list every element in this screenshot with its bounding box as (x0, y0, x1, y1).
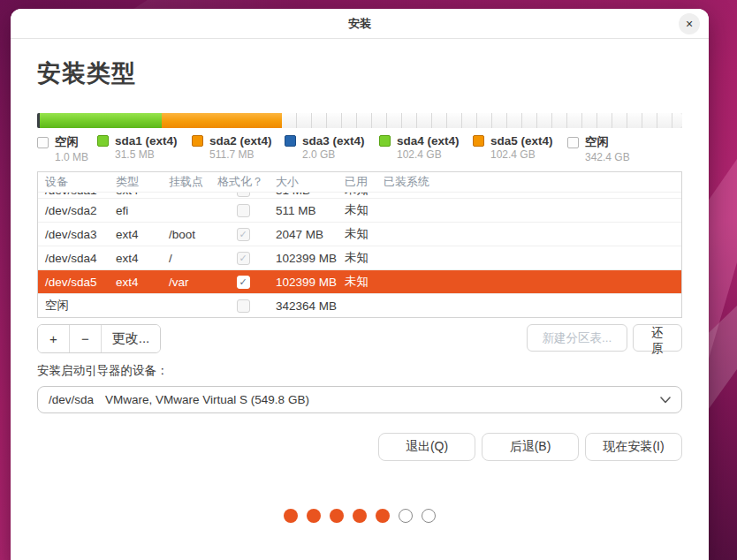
partition-table-header: 设备类型挂载点格式化？大小已用已装系统 (38, 172, 681, 192)
progress-dot (399, 509, 413, 523)
legend-size: 102.4 GB (397, 148, 473, 161)
revert-button[interactable]: 还原 (633, 324, 682, 352)
progress-dots (37, 509, 682, 523)
legend-label: sda3 (ext4) (302, 134, 365, 148)
remove-partition-button[interactable]: − (70, 325, 102, 352)
clipped-row: /dev/sda1ext4✓31 MB未知 (38, 192, 681, 198)
cell-device: /dev/sda5 (38, 276, 109, 289)
table-row[interactable]: /dev/sda4ext4/✓102399 MB未知 (38, 246, 681, 269)
legend-item: sda5 (ext4)102.4 GB (473, 132, 567, 163)
legend-swatch-icon (473, 135, 484, 147)
column-header[interactable]: 已用 (338, 174, 376, 190)
format-checkbox[interactable]: ✓ (237, 276, 250, 289)
legend-size: 1.0 MB (55, 151, 97, 163)
change-partition-button[interactable]: 更改... (102, 325, 160, 352)
format-checkbox[interactable]: ✓ (237, 228, 250, 241)
partition-usage-bar (37, 113, 682, 128)
bootloader-description: VMware, VMware Virtual S (549.8 GB) (105, 393, 660, 406)
progress-dot (330, 509, 344, 523)
progress-dot (353, 509, 367, 523)
cell-type: ext4 (109, 192, 162, 197)
column-header[interactable]: 大小 (269, 174, 338, 190)
legend-item: sda3 (ext4)2.0 GB (285, 132, 379, 163)
action-buttons: 退出(Q) 后退(B) 现在安装(I) (37, 433, 682, 461)
legend-label: 空闲 (585, 134, 609, 150)
partition-table: 设备类型挂载点格式化？大小已用已装系统 /dev/sda1ext4✓31 MB未… (37, 171, 682, 318)
cell-size: 2047 MB (269, 228, 338, 241)
format-checkbox[interactable]: ✓ (237, 192, 250, 197)
legend-item: 空闲342.4 GB (567, 132, 682, 163)
legend-size: 102.4 GB (490, 148, 567, 161)
cell-size: 31 MB (269, 192, 338, 197)
column-header[interactable]: 类型 (109, 174, 162, 190)
cell-size: 511 MB (269, 204, 338, 217)
titlebar[interactable]: 安装 × (11, 9, 709, 39)
progress-dot (307, 509, 321, 523)
column-header[interactable]: 挂载点 (162, 174, 210, 190)
window-title: 安装 (348, 16, 371, 32)
install-now-button[interactable]: 现在安装(I) (585, 433, 682, 461)
bar-segment-sda4 (40, 113, 162, 128)
partition-edit-group: + − 更改... (37, 324, 161, 353)
legend-label: sda5 (ext4) (490, 134, 553, 148)
cell-used: 未知 (338, 226, 376, 242)
cell-size: 342364 MB (269, 299, 338, 313)
legend-size: 511.7 MB (209, 148, 285, 161)
format-checkbox[interactable]: ✓ (237, 204, 250, 217)
legend-swatch-icon (192, 135, 203, 147)
page-content: 安装类型 空闲1.0 MBsda1 (ext4)31.5 MBsda2 (ext… (11, 39, 709, 560)
table-row[interactable]: /dev/sda1ext4✓31 MB未知 (38, 192, 681, 198)
cell-used: 未知 (338, 202, 376, 218)
back-button[interactable]: 后退(B) (482, 433, 579, 461)
close-icon[interactable]: × (679, 13, 700, 34)
legend-item: sda4 (ext4)102.4 GB (379, 132, 473, 163)
column-header[interactable]: 设备 (38, 174, 109, 190)
chevron-down-icon (660, 397, 671, 404)
table-row[interactable]: /dev/sda5ext4/var✓102399 MB未知 (38, 269, 681, 293)
bar-segment-sda5 (162, 113, 282, 128)
partition-legend: 空闲1.0 MBsda1 (ext4)31.5 MBsda2 (ext4)511… (37, 132, 682, 163)
cell-mount: /boot (162, 228, 210, 241)
legend-swatch-icon (567, 137, 579, 148)
cell-type: ext4 (109, 228, 162, 241)
format-checkbox[interactable]: ✓ (237, 299, 250, 313)
legend-item: 空闲1.0 MB (37, 132, 97, 163)
cell-device: 空闲 (38, 298, 109, 314)
legend-size: 2.0 GB (302, 148, 379, 161)
bootloader-device: /dev/sda (49, 393, 94, 406)
cell-type: efi (109, 204, 162, 217)
cell-size: 102399 MB (269, 276, 338, 289)
legend-swatch-icon (379, 135, 391, 147)
legend-label: sda2 (ext4) (209, 134, 272, 148)
cell-used: 未知 (338, 192, 376, 198)
table-row[interactable]: /dev/sda3ext4/boot✓2047 MB未知 (38, 222, 681, 246)
cell-type: ext4 (109, 252, 162, 265)
legend-swatch-icon (37, 137, 49, 148)
quit-button[interactable]: 退出(Q) (378, 433, 475, 461)
legend-label: 空闲 (55, 134, 79, 150)
format-checkbox[interactable]: ✓ (237, 252, 250, 265)
add-partition-button[interactable]: + (38, 325, 70, 352)
desktop-background: { "window": { "title": "安装", "close_glyp… (0, 0, 737, 560)
legend-item: sda1 (ext4)31.5 MB (97, 132, 192, 163)
progress-dot (284, 509, 298, 523)
cell-mount: /var (162, 276, 210, 289)
bootloader-select[interactable]: /dev/sda VMware, VMware Virtual S (549.8… (37, 386, 682, 413)
cell-device: /dev/sda4 (38, 252, 109, 265)
partition-table-body: /dev/sda1ext4✓31 MB未知/dev/sda2efi✓511 MB… (38, 192, 681, 317)
page-title: 安装类型 (37, 57, 682, 89)
table-row[interactable]: /dev/sda2efi✓511 MB未知 (38, 198, 681, 222)
progress-dot (376, 509, 390, 523)
new-partition-table-button[interactable]: 新建分区表... (527, 324, 627, 352)
legend-swatch-icon (97, 135, 109, 147)
legend-label: sda4 (ext4) (397, 134, 460, 148)
legend-label: sda1 (ext4) (115, 134, 178, 148)
progress-dot (422, 509, 436, 523)
cell-mount: / (162, 252, 210, 265)
table-row[interactable]: 空闲✓342364 MB (38, 293, 681, 317)
legend-swatch-icon (285, 135, 296, 147)
column-header[interactable]: 格式化？ (210, 174, 269, 190)
column-header[interactable]: 已装系统 (376, 174, 681, 190)
cell-device: /dev/sda1 (38, 192, 109, 197)
cell-type: ext4 (109, 276, 162, 289)
